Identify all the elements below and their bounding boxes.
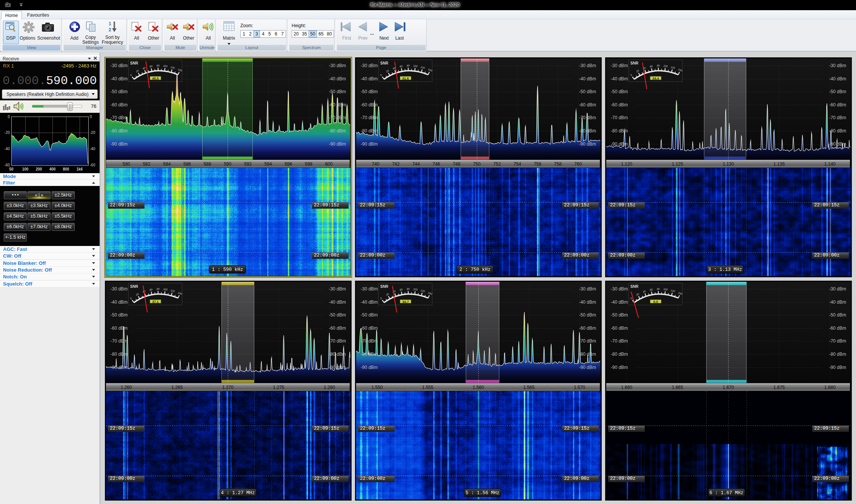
svg-text:2: 2 [109,27,111,32]
svg-text:1: 1 [109,21,111,26]
